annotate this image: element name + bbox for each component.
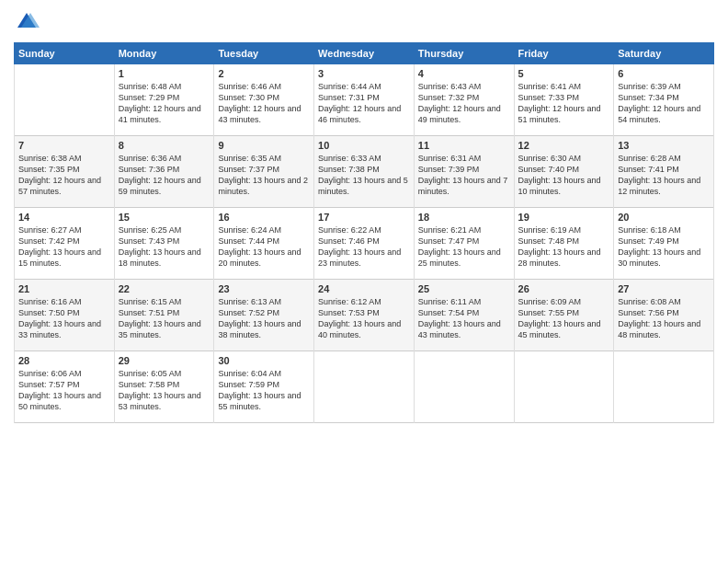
week-row-5: 28Sunrise: 6:06 AMSunset: 7:57 PMDayligh… xyxy=(15,351,714,423)
date-number: 9 xyxy=(218,140,310,151)
cell-5-6 xyxy=(514,351,614,423)
date-number: 21 xyxy=(18,283,110,294)
cell-details: Sunrise: 6:06 AMSunset: 7:57 PMDaylight:… xyxy=(18,369,101,411)
col-header-thursday: Thursday xyxy=(414,43,514,64)
col-header-sunday: Sunday xyxy=(15,43,115,64)
cell-5-1: 28Sunrise: 6:06 AMSunset: 7:57 PMDayligh… xyxy=(15,351,115,423)
date-number: 1 xyxy=(119,68,210,79)
cell-4-1: 21Sunrise: 6:16 AMSunset: 7:50 PMDayligh… xyxy=(15,280,115,351)
cell-details: Sunrise: 6:28 AMSunset: 7:41 PMDaylight:… xyxy=(618,154,700,196)
week-row-3: 14Sunrise: 6:27 AMSunset: 7:42 PMDayligh… xyxy=(15,208,714,280)
cell-3-6: 19Sunrise: 6:19 AMSunset: 7:48 PMDayligh… xyxy=(514,208,614,280)
date-number: 17 xyxy=(318,212,410,223)
logo-icon xyxy=(14,9,40,35)
cell-1-3: 2Sunrise: 6:46 AMSunset: 7:30 PMDaylight… xyxy=(214,64,314,136)
cell-3-3: 16Sunrise: 6:24 AMSunset: 7:44 PMDayligh… xyxy=(214,208,314,280)
date-number: 27 xyxy=(618,283,710,294)
week-row-1: 1Sunrise: 6:48 AMSunset: 7:29 PMDaylight… xyxy=(15,64,714,136)
cell-1-6: 5Sunrise: 6:41 AMSunset: 7:33 PMDaylight… xyxy=(514,64,614,136)
cell-details: Sunrise: 6:36 AMSunset: 7:36 PMDaylight:… xyxy=(119,154,201,196)
date-number: 13 xyxy=(618,140,710,151)
cell-3-1: 14Sunrise: 6:27 AMSunset: 7:42 PMDayligh… xyxy=(15,208,115,280)
cell-5-5 xyxy=(414,351,514,423)
date-number: 19 xyxy=(518,212,610,223)
cell-4-4: 24Sunrise: 6:12 AMSunset: 7:53 PMDayligh… xyxy=(314,280,415,351)
cell-details: Sunrise: 6:19 AMSunset: 7:48 PMDaylight:… xyxy=(518,225,601,268)
page: SundayMondayTuesdayWednesdayThursdayFrid… xyxy=(0,0,728,563)
cell-3-5: 18Sunrise: 6:21 AMSunset: 7:47 PMDayligh… xyxy=(414,208,514,280)
cell-1-1 xyxy=(15,64,115,136)
cell-details: Sunrise: 6:30 AMSunset: 7:40 PMDaylight:… xyxy=(518,154,601,196)
date-number: 12 xyxy=(518,140,610,151)
date-number: 2 xyxy=(218,68,310,79)
cell-1-5: 4Sunrise: 6:43 AMSunset: 7:32 PMDaylight… xyxy=(414,64,514,136)
cell-details: Sunrise: 6:11 AMSunset: 7:54 PMDaylight:… xyxy=(418,297,501,339)
logo xyxy=(14,9,43,35)
cell-details: Sunrise: 6:18 AMSunset: 7:49 PMDaylight:… xyxy=(618,225,700,268)
cell-5-2: 29Sunrise: 6:05 AMSunset: 7:58 PMDayligh… xyxy=(114,351,214,423)
col-header-saturday: Saturday xyxy=(614,43,714,64)
cell-2-3: 9Sunrise: 6:35 AMSunset: 7:37 PMDaylight… xyxy=(214,136,314,208)
cell-1-4: 3Sunrise: 6:44 AMSunset: 7:31 PMDaylight… xyxy=(314,64,415,136)
header xyxy=(14,9,714,35)
cell-details: Sunrise: 6:12 AMSunset: 7:53 PMDaylight:… xyxy=(318,297,401,339)
cell-5-3: 30Sunrise: 6:04 AMSunset: 7:59 PMDayligh… xyxy=(214,351,314,423)
cell-details: Sunrise: 6:13 AMSunset: 7:52 PMDaylight:… xyxy=(218,297,301,339)
date-number: 14 xyxy=(18,212,110,223)
cell-3-7: 20Sunrise: 6:18 AMSunset: 7:49 PMDayligh… xyxy=(614,208,714,280)
header-row: SundayMondayTuesdayWednesdayThursdayFrid… xyxy=(15,43,714,64)
date-number: 26 xyxy=(518,283,610,294)
cell-details: Sunrise: 6:35 AMSunset: 7:37 PMDaylight:… xyxy=(218,154,308,196)
cell-details: Sunrise: 6:31 AMSunset: 7:39 PMDaylight:… xyxy=(418,154,508,196)
date-number: 8 xyxy=(119,140,210,151)
date-number: 25 xyxy=(418,283,510,294)
cell-5-7 xyxy=(614,351,714,423)
cell-details: Sunrise: 6:08 AMSunset: 7:56 PMDaylight:… xyxy=(618,297,700,339)
date-number: 6 xyxy=(618,68,710,79)
cell-details: Sunrise: 6:04 AMSunset: 7:59 PMDaylight:… xyxy=(218,369,301,411)
cell-details: Sunrise: 6:05 AMSunset: 7:58 PMDaylight:… xyxy=(119,369,201,411)
cell-details: Sunrise: 6:25 AMSunset: 7:43 PMDaylight:… xyxy=(119,225,201,268)
cell-2-7: 13Sunrise: 6:28 AMSunset: 7:41 PMDayligh… xyxy=(614,136,714,208)
cell-details: Sunrise: 6:27 AMSunset: 7:42 PMDaylight:… xyxy=(18,225,101,268)
cell-1-7: 6Sunrise: 6:39 AMSunset: 7:34 PMDaylight… xyxy=(614,64,714,136)
cell-details: Sunrise: 6:09 AMSunset: 7:55 PMDaylight:… xyxy=(518,297,601,339)
cell-4-6: 26Sunrise: 6:09 AMSunset: 7:55 PMDayligh… xyxy=(514,280,614,351)
col-header-friday: Friday xyxy=(514,43,614,64)
date-number: 23 xyxy=(218,283,310,294)
cell-details: Sunrise: 6:46 AMSunset: 7:30 PMDaylight:… xyxy=(218,82,301,124)
date-number: 29 xyxy=(119,355,210,366)
col-header-tuesday: Tuesday xyxy=(214,43,314,64)
cell-4-5: 25Sunrise: 6:11 AMSunset: 7:54 PMDayligh… xyxy=(414,280,514,351)
cell-4-3: 23Sunrise: 6:13 AMSunset: 7:52 PMDayligh… xyxy=(214,280,314,351)
col-header-wednesday: Wednesday xyxy=(314,43,415,64)
cell-details: Sunrise: 6:48 AMSunset: 7:29 PMDaylight:… xyxy=(119,82,201,124)
cell-details: Sunrise: 6:15 AMSunset: 7:51 PMDaylight:… xyxy=(119,297,201,339)
date-number: 3 xyxy=(318,68,410,79)
date-number: 20 xyxy=(618,212,710,223)
date-number: 4 xyxy=(418,68,510,79)
date-number: 22 xyxy=(119,283,210,294)
date-number: 28 xyxy=(18,355,110,366)
date-number: 18 xyxy=(418,212,510,223)
cell-1-2: 1Sunrise: 6:48 AMSunset: 7:29 PMDaylight… xyxy=(114,64,214,136)
cell-2-5: 11Sunrise: 6:31 AMSunset: 7:39 PMDayligh… xyxy=(414,136,514,208)
cell-details: Sunrise: 6:24 AMSunset: 7:44 PMDaylight:… xyxy=(218,225,301,268)
calendar-table: SundayMondayTuesdayWednesdayThursdayFrid… xyxy=(14,42,714,423)
cell-details: Sunrise: 6:44 AMSunset: 7:31 PMDaylight:… xyxy=(318,82,401,124)
date-number: 24 xyxy=(318,283,410,294)
date-number: 11 xyxy=(418,140,510,151)
date-number: 15 xyxy=(119,212,210,223)
date-number: 16 xyxy=(218,212,310,223)
week-row-2: 7Sunrise: 6:38 AMSunset: 7:35 PMDaylight… xyxy=(15,136,714,208)
cell-details: Sunrise: 6:43 AMSunset: 7:32 PMDaylight:… xyxy=(418,82,501,124)
date-number: 7 xyxy=(18,140,110,151)
cell-2-1: 7Sunrise: 6:38 AMSunset: 7:35 PMDaylight… xyxy=(15,136,115,208)
cell-2-4: 10Sunrise: 6:33 AMSunset: 7:38 PMDayligh… xyxy=(314,136,415,208)
cell-4-2: 22Sunrise: 6:15 AMSunset: 7:51 PMDayligh… xyxy=(114,280,214,351)
cell-3-4: 17Sunrise: 6:22 AMSunset: 7:46 PMDayligh… xyxy=(314,208,415,280)
cell-details: Sunrise: 6:41 AMSunset: 7:33 PMDaylight:… xyxy=(518,82,601,124)
cell-details: Sunrise: 6:16 AMSunset: 7:50 PMDaylight:… xyxy=(18,297,101,339)
cell-details: Sunrise: 6:39 AMSunset: 7:34 PMDaylight:… xyxy=(618,82,700,124)
cell-5-4 xyxy=(314,351,415,423)
